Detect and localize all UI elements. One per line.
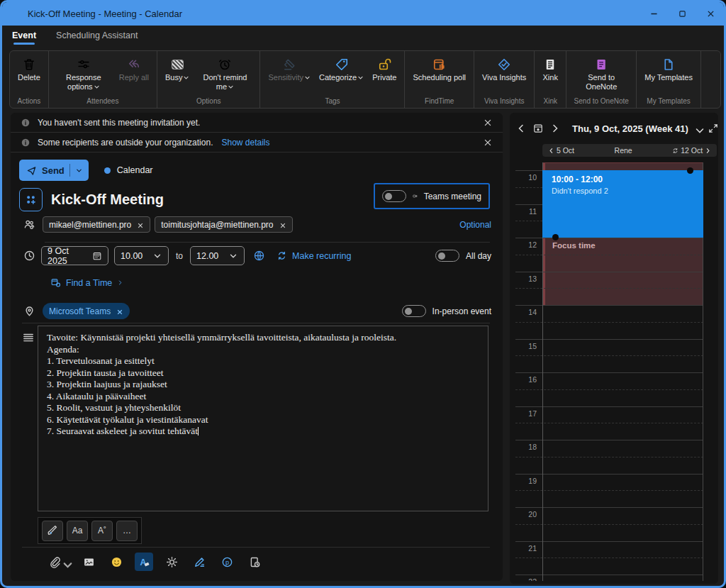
hour-label: 16 [510,375,537,384]
in-person-toggle[interactable] [402,305,426,317]
attendee-chip[interactable]: mikael@miettinen.pro [43,216,150,233]
private-button[interactable]: Private [369,54,400,84]
banner-not-sent: You haven't sent this meeting invitation… [11,113,503,133]
brightness-button[interactable] [162,553,181,571]
ribbon-group-caption: Tags [264,96,400,106]
find-a-time-link[interactable]: Find a Time [50,277,123,288]
viva-insights-button[interactable]: Viva Insights [479,54,530,84]
chevron-down-icon [62,559,68,565]
location-chip[interactable]: Microsoft Teams [43,303,130,319]
response-options-button[interactable]: Response options [53,54,114,93]
send-button[interactable]: Send [19,160,89,181]
chevron-down-icon[interactable] [694,125,702,133]
ribbon-group-attendees: Response optionsReply allAttendees [49,51,157,108]
hour-label: 18 [510,443,537,451]
close-icon[interactable] [483,118,493,128]
sliders-icon [76,57,91,72]
attach-button[interactable] [46,553,70,571]
emoji-button[interactable] [107,553,125,571]
ribbon-tabs: EventScheduling Assistant [12,30,138,45]
remove-location-icon[interactable] [116,308,123,315]
all-day-toggle[interactable] [435,250,459,262]
don-t-remind-me-label: Don't remind me [198,73,252,91]
ribbon: DeleteActionsResponse optionsReply allAt… [9,50,721,109]
draw-button[interactable] [190,553,208,571]
tab-scheduling-assistant[interactable]: Scheduling Assistant [56,30,138,45]
end-time-select[interactable]: 12.00 [190,246,245,265]
ribbon-group-send-to-onenote: Send to OneNoteSend to OneNote [566,51,637,108]
attendees-icon [23,218,35,231]
xink-button[interactable]: Xink [539,54,562,84]
next-week-button[interactable]: 12 Oct [672,146,711,155]
start-time-select[interactable]: 10.00 [114,246,169,265]
attendee-chip[interactable]: toimitusjohtaja@miettinen.pro [155,216,292,233]
banner-text: You haven't sent this meeting invitation… [38,118,200,128]
categorize-button[interactable]: Categorize [315,54,367,84]
sensitivity-icon [281,57,297,72]
close-icon[interactable] [483,138,493,148]
next-day-button[interactable] [549,123,561,134]
scheduling-poll-label: Scheduling poll [413,73,466,82]
don-t-remind-me-button[interactable]: Don't remind me [194,54,255,93]
attendee-chip-label: toimitusjohtaja@miettinen.pro [161,220,273,230]
chevron-down-icon [94,82,100,89]
remove-attendee-icon[interactable] [137,221,144,228]
previous-day-button[interactable] [515,123,527,134]
meeting-event[interactable]: 10:00 - 12:00Didn't respond 2 [542,170,703,238]
description-editor[interactable]: Tavoite: Käynnistää projekti yhteisellä … [38,326,488,511]
clear-formatting-button[interactable]: A [135,553,153,571]
insert-picture-button[interactable] [79,553,98,571]
font-button[interactable]: Aa [67,521,88,541]
resize-handle-top[interactable] [687,167,693,174]
scheduling-poll-button[interactable]: Scheduling poll [409,54,469,84]
description-line: 5. Roolit, vastuut ja yhteyshenkilöt [47,402,479,414]
show-details-link[interactable]: Show details [221,138,269,148]
loop-component-button[interactable]: p [218,553,236,571]
calendar-select[interactable]: Calendar [104,165,153,175]
ribbon-group-caption: Viva Insights [479,96,530,106]
maximize-button[interactable] [677,9,687,19]
font-size-button[interactable]: A˚ [91,521,113,541]
to-label: to [176,251,183,261]
day-view-date[interactable]: Thu, 9 Oct, 2025 (Week 41) [572,123,688,134]
my-templates-button[interactable]: My Templates [641,54,696,84]
minimize-button[interactable] [649,9,659,19]
go-to-today-icon[interactable] [532,123,544,134]
teams-meeting-toggle[interactable] [382,190,406,202]
timezone-globe-icon[interactable] [253,250,265,262]
reply-all-label: Reply all [119,73,149,82]
calendar-select-label: Calendar [117,165,153,175]
week-nav-bar: 5 Oct Rene 12 Oct [542,144,717,157]
hour-label: 15 [510,342,537,350]
ribbon-group-actions: DeleteActions [10,51,49,108]
remove-attendee-icon[interactable] [279,221,286,228]
day-view-panel: Thu, 9 Oct, 2025 (Week 41) 5 Oct Rene 12… [510,113,718,584]
ribbon-group-caption: Xink [539,96,562,106]
make-recurring-link[interactable]: Make recurring [277,250,351,261]
calendar-owner-label: Rene [574,146,672,155]
event-title-input[interactable]: Kick-Off Meeting [51,192,164,208]
event-emoji-icon[interactable] [19,188,43,211]
resize-handle-bottom[interactable] [552,234,559,240]
prev-week-button[interactable]: 5 Oct [548,146,574,155]
format-painter-button[interactable] [42,521,63,541]
send-to-onenote-button[interactable]: Send to OneNote [571,54,632,93]
close-button[interactable] [705,9,715,19]
day-grid[interactable]: Focus time1011121314151617181920212210:0… [510,162,703,581]
more-formatting-button[interactable]: … [116,521,138,541]
expand-panel-icon[interactable] [708,123,719,134]
viva-insights-label: Viva Insights [482,73,526,82]
schedule-send-button[interactable] [245,553,264,571]
lock-open-icon [376,57,392,72]
ribbon-group-findtime: Scheduling pollFindTime [405,51,474,108]
delete-button[interactable]: Delete [14,54,44,84]
svg-text:p: p [225,558,228,565]
title-bar[interactable]: Kick-Off Meeting - Meeting - Calendar [2,2,724,26]
tab-event[interactable]: Event [12,30,36,45]
hour-label: 11 [510,207,537,216]
date-input[interactable]: 9 Oct 2025 [41,246,108,265]
optional-link[interactable]: Optional [459,220,491,230]
hour-label: 20 [510,510,537,518]
busy-button[interactable]: Busy [162,54,193,84]
image-icon [83,556,95,568]
